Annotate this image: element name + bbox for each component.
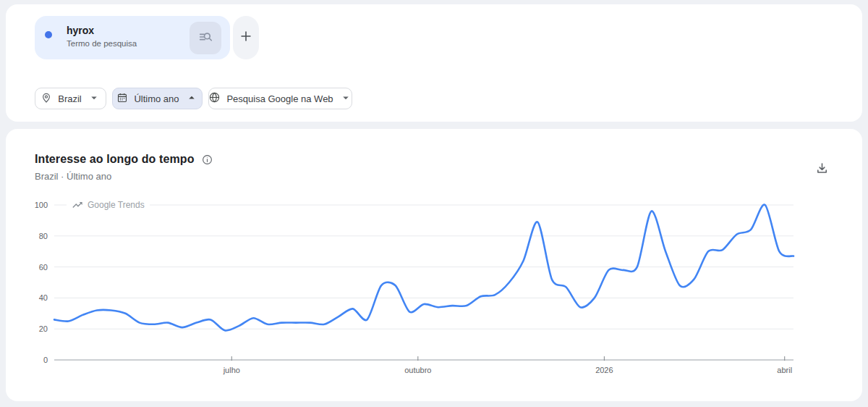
filter-region-chip[interactable]: Brazil bbox=[35, 88, 106, 109]
chevron-up-icon bbox=[185, 91, 198, 106]
manage-search-icon bbox=[197, 29, 213, 48]
svg-text:0: 0 bbox=[43, 356, 48, 364]
svg-text:2026: 2026 bbox=[595, 366, 613, 374]
filter-region-label: Brazil bbox=[58, 93, 82, 104]
interest-over-time-card: Interesse ao longo do tempo Brazil · Últ… bbox=[6, 129, 862, 401]
trending-up-icon bbox=[72, 199, 83, 211]
search-term-label: hyrox bbox=[67, 24, 137, 37]
svg-text:100: 100 bbox=[35, 201, 48, 209]
add-comparison-button[interactable] bbox=[233, 16, 259, 59]
svg-text:abril: abril bbox=[777, 366, 792, 374]
search-controls-card: hyrox Termo de pesquisa bbox=[6, 4, 862, 122]
svg-text:60: 60 bbox=[39, 263, 48, 272]
svg-text:40: 40 bbox=[39, 293, 48, 302]
filter-searchtype-chip[interactable]: Pesquisa Google na Web bbox=[208, 88, 352, 109]
search-term-texts: hyrox Termo de pesquisa bbox=[67, 24, 137, 48]
trend-chart-svg[interactable]: 020406080100julhooutubro2026abril bbox=[6, 129, 862, 401]
calendar-icon bbox=[116, 92, 128, 106]
filter-timerange-label: Último ano bbox=[134, 93, 179, 104]
svg-text:outubro: outubro bbox=[404, 366, 431, 374]
svg-text:20: 20 bbox=[39, 324, 48, 333]
svg-text:80: 80 bbox=[39, 232, 48, 240]
globe-icon bbox=[208, 91, 221, 106]
series-color-dot bbox=[45, 31, 52, 38]
plus-icon bbox=[238, 28, 254, 47]
edit-search-term-button[interactable] bbox=[190, 22, 221, 54]
location-pin-icon bbox=[41, 92, 52, 106]
svg-text:julho: julho bbox=[223, 366, 240, 374]
search-term-type: Termo de pesquisa bbox=[67, 39, 137, 48]
chevron-down-icon bbox=[88, 91, 101, 106]
watermark-label: Google Trends bbox=[88, 200, 145, 210]
search-term-chip[interactable]: hyrox Termo de pesquisa bbox=[35, 16, 230, 59]
filter-searchtype-label: Pesquisa Google na Web bbox=[226, 93, 333, 104]
google-trends-watermark: Google Trends bbox=[67, 198, 150, 211]
filter-timerange-chip[interactable]: Último ano bbox=[112, 88, 203, 109]
chevron-down-icon bbox=[339, 91, 352, 106]
